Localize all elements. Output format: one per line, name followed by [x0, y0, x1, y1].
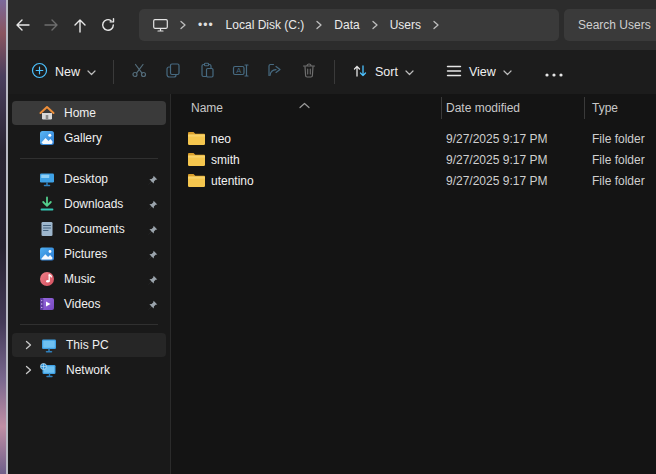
file-row-neo[interactable]: neo 9/27/2025 9:17 PM File folder — [171, 128, 656, 149]
breadcrumb-users[interactable]: Users — [384, 14, 427, 36]
sidebar-item-home[interactable]: Home — [12, 101, 166, 125]
documents-icon — [38, 221, 55, 237]
file-row-utentino[interactable]: utentino 9/27/2025 9:17 PM File folder — [171, 170, 656, 191]
sidebar-item-gallery[interactable]: Gallery — [12, 126, 166, 150]
sidebar-item-label: Videos — [64, 297, 100, 311]
more-options-button[interactable] — [537, 56, 571, 88]
cut-button[interactable] — [122, 56, 156, 88]
breadcrumb-chevron-icon — [174, 20, 192, 30]
refresh-button[interactable] — [100, 8, 116, 42]
sidebar-item-pictures[interactable]: Pictures — [12, 242, 166, 266]
breadcrumb-overflow[interactable]: ••• — [192, 18, 220, 32]
sidebar-item-network[interactable]: Network — [12, 358, 166, 382]
column-header-date-modified[interactable]: Date modified — [446, 101, 520, 115]
sidebar-item-videos[interactable]: Videos — [12, 292, 166, 316]
sidebar-item-downloads[interactable]: Downloads — [12, 192, 166, 216]
music-icon — [38, 271, 55, 287]
folder-icon — [187, 152, 205, 171]
command-toolbar: New A — [8, 50, 656, 94]
gallery-icon — [38, 130, 55, 146]
expand-chevron-icon[interactable] — [20, 340, 36, 350]
chevron-down-icon — [87, 65, 96, 79]
paste-clipboard-icon — [199, 62, 216, 82]
copy-button[interactable] — [156, 56, 190, 88]
this-pc-device-icon[interactable] — [147, 17, 174, 33]
this-pc-icon — [40, 337, 57, 353]
pin-icon[interactable] — [147, 247, 158, 265]
search-input[interactable] — [564, 18, 656, 32]
file-type: File folder — [592, 132, 645, 146]
sidebar-item-label: Music — [64, 272, 95, 286]
share-button[interactable] — [258, 56, 292, 88]
svg-text:A: A — [236, 66, 241, 75]
scissors-icon — [131, 62, 148, 82]
sort-button-label: Sort — [375, 65, 398, 79]
breadcrumb-local-disk-c[interactable]: Local Disk (C:) — [220, 14, 311, 36]
pin-icon[interactable] — [147, 222, 158, 240]
pin-icon[interactable] — [147, 197, 158, 215]
file-type: File folder — [592, 153, 645, 167]
trash-icon — [301, 62, 317, 82]
up-arrow-icon — [72, 17, 88, 34]
sidebar-item-music[interactable]: Music — [12, 267, 166, 291]
back-button[interactable] — [14, 8, 31, 42]
sidebar-separator — [20, 324, 158, 325]
share-icon — [267, 62, 284, 82]
sidebar-item-label: Documents — [64, 222, 125, 236]
sidebar-item-documents[interactable]: Documents — [12, 217, 166, 241]
pin-icon[interactable] — [147, 272, 158, 290]
sort-ascending-icon — [299, 95, 310, 113]
videos-icon — [38, 296, 55, 312]
toolbar-separator — [334, 60, 335, 84]
new-button[interactable]: New — [22, 55, 105, 89]
sidebar-item-desktop[interactable]: Desktop — [12, 167, 166, 191]
file-name: smith — [211, 153, 240, 167]
sidebar-separator — [20, 158, 158, 159]
pin-icon[interactable] — [147, 172, 158, 190]
breadcrumb-data[interactable]: Data — [328, 14, 365, 36]
breadcrumb-chevron-icon — [366, 20, 384, 30]
file-row-smith[interactable]: smith 9/27/2025 9:17 PM File folder — [171, 149, 656, 170]
navigation-pane: Home Gallery Desktop — [8, 94, 170, 474]
delete-button[interactable] — [292, 56, 326, 88]
view-button[interactable]: View — [437, 57, 521, 88]
search-box[interactable] — [564, 9, 656, 41]
sidebar-item-label: Downloads — [64, 197, 123, 211]
pin-icon[interactable] — [147, 297, 158, 315]
column-divider[interactable] — [441, 97, 442, 119]
file-type: File folder — [592, 174, 645, 188]
back-icon — [14, 17, 31, 33]
paste-button[interactable] — [190, 56, 224, 88]
folder-icon — [187, 131, 205, 150]
sidebar-item-label: Network — [66, 363, 110, 377]
file-list-pane: Name Date modified Type neo 9/27/2025 9:… — [171, 94, 656, 474]
sort-button[interactable]: Sort — [343, 56, 423, 89]
expand-chevron-icon[interactable] — [20, 365, 36, 375]
downloads-icon — [38, 196, 55, 212]
file-name: utentino — [211, 174, 254, 188]
column-header-name[interactable]: Name — [191, 101, 223, 115]
file-name: neo — [211, 132, 231, 146]
forward-icon — [43, 17, 60, 33]
network-icon — [40, 362, 57, 378]
file-rows: neo 9/27/2025 9:17 PM File folder smith … — [171, 128, 656, 191]
forward-button[interactable] — [43, 8, 60, 42]
rename-button[interactable]: A — [224, 56, 258, 88]
main-area: Home Gallery Desktop — [8, 94, 656, 474]
sidebar-item-label: Desktop — [64, 172, 108, 186]
sidebar-item-label: This PC — [66, 338, 109, 352]
sidebar-item-this-pc[interactable]: This PC — [12, 333, 166, 357]
column-header-type[interactable]: Type — [592, 101, 618, 115]
pictures-icon — [38, 246, 55, 262]
sidebar-item-label: Pictures — [64, 247, 107, 261]
breadcrumb-chevron-icon — [310, 20, 328, 30]
copy-icon — [165, 62, 182, 82]
folder-icon — [187, 173, 205, 192]
column-divider[interactable] — [584, 97, 585, 119]
sidebar-item-label: Gallery — [64, 131, 102, 145]
sort-arrows-icon — [352, 63, 368, 82]
chevron-down-icon — [503, 65, 512, 79]
up-button[interactable] — [72, 8, 88, 42]
address-bar[interactable]: ••• Local Disk (C:) Data Users — [139, 9, 559, 41]
file-explorer-window: ••• Local Disk (C:) Data Users — [8, 0, 656, 474]
